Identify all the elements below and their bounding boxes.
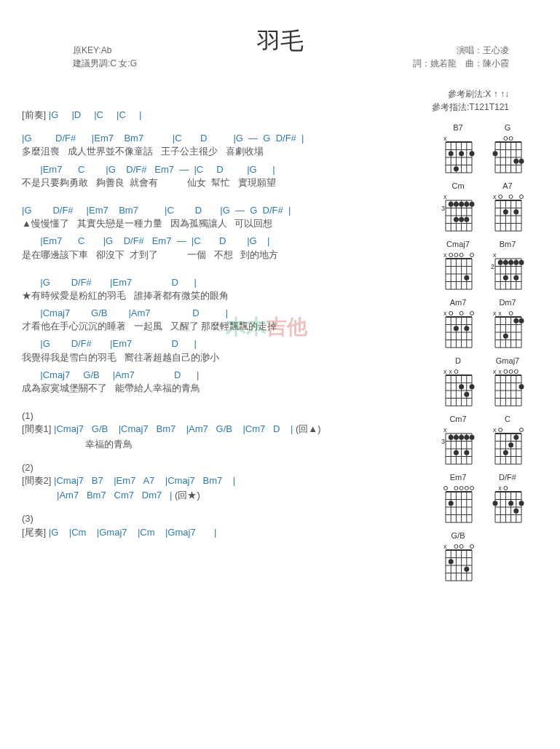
svg-point-157 bbox=[464, 392, 469, 397]
svg-point-14 bbox=[470, 151, 475, 156]
svg-point-194 bbox=[464, 450, 469, 455]
svg-text:x: x bbox=[443, 135, 447, 142]
svg-point-45 bbox=[449, 202, 454, 207]
chord-line: |G D/F# |Em7 D | bbox=[22, 276, 430, 289]
svg-point-120 bbox=[460, 312, 463, 315]
chord-sheet: [前奏] |G |D |C |C | |G D/F# |Em7 Bm7 |C D… bbox=[22, 109, 436, 587]
svg-point-138 bbox=[513, 318, 518, 323]
svg-point-156 bbox=[470, 384, 475, 389]
svg-point-223 bbox=[444, 487, 448, 490]
svg-point-50 bbox=[454, 217, 459, 222]
svg-point-259 bbox=[460, 545, 463, 549]
chord-line: |G D/F# |Em7 Bm7 |C D |G — G D/F# | bbox=[22, 204, 430, 217]
svg-point-82 bbox=[449, 254, 453, 257]
svg-point-244 bbox=[519, 501, 524, 506]
svg-point-260 bbox=[470, 545, 474, 549]
svg-point-121 bbox=[470, 312, 474, 315]
svg-point-15 bbox=[454, 166, 459, 171]
svg-text:x: x bbox=[493, 310, 497, 317]
svg-point-173 bbox=[514, 370, 518, 374]
svg-text:3: 3 bbox=[441, 438, 445, 445]
svg-point-28 bbox=[509, 137, 513, 141]
svg-point-52 bbox=[464, 217, 469, 222]
chord-diagram-G: G bbox=[486, 123, 529, 179]
chord-line: |Cmaj7 G/B |Am7 D | bbox=[22, 307, 430, 320]
svg-point-12 bbox=[449, 151, 454, 156]
chord-line: |Em7 C |G D/F# Em7 — |C D |G | bbox=[22, 163, 430, 176]
chord-diagram-G/B: G/Bx bbox=[436, 531, 480, 587]
svg-text:x: x bbox=[443, 368, 447, 375]
svg-point-262 bbox=[464, 567, 469, 572]
interlude2-section: (2) [間奏2] |Cmaj7 B7 |Em7 A7 |Cmaj7 Bm7 |… bbox=[22, 461, 430, 503]
svg-point-155 bbox=[459, 384, 464, 389]
svg-point-68 bbox=[503, 209, 508, 214]
svg-point-27 bbox=[504, 137, 508, 141]
svg-text:x: x bbox=[498, 368, 502, 375]
meta-left: 原KEY:Ab 建議男調:C 女:G bbox=[73, 44, 137, 70]
svg-point-31 bbox=[519, 159, 524, 164]
svg-point-106 bbox=[513, 275, 518, 281]
chord-diagram-Dm7: Dm7xx bbox=[486, 298, 529, 353]
svg-point-193 bbox=[454, 450, 459, 455]
verse1-section: |G D/F# |Em7 Bm7 |C D |G — G D/F# |多麼沮喪 … bbox=[22, 132, 430, 194]
svg-text:x: x bbox=[443, 251, 447, 259]
lyric-line: 才看他在手心沉沉的睡著 一起風 又醒了 那麼輕飄飄的走掉 bbox=[22, 320, 430, 333]
chord-diagram-Bm7: Bm72x bbox=[486, 240, 529, 295]
svg-point-29 bbox=[493, 151, 498, 156]
svg-point-171 bbox=[504, 370, 508, 374]
svg-point-104 bbox=[519, 260, 524, 265]
svg-point-207 bbox=[499, 428, 502, 432]
svg-point-101 bbox=[503, 260, 508, 265]
svg-point-122 bbox=[454, 326, 459, 331]
svg-point-30 bbox=[513, 159, 518, 164]
svg-point-140 bbox=[503, 334, 508, 339]
svg-point-190 bbox=[459, 435, 464, 440]
chord-diagram-Cm: Cm3x bbox=[436, 181, 480, 237]
svg-text:x: x bbox=[449, 368, 452, 375]
svg-text:x: x bbox=[443, 310, 447, 317]
svg-point-242 bbox=[493, 501, 498, 506]
svg-point-261 bbox=[449, 559, 454, 564]
svg-text:x: x bbox=[493, 426, 497, 434]
svg-point-210 bbox=[503, 450, 508, 455]
svg-point-225 bbox=[460, 487, 463, 490]
verse2-section: |G D/F# |Em7 Bm7 |C D |G — G D/F# |▲慢慢懂了… bbox=[22, 204, 430, 266]
svg-text:2: 2 bbox=[491, 263, 494, 270]
svg-point-100 bbox=[498, 260, 503, 265]
chord-diagram-Cm7: Cm73x bbox=[436, 415, 480, 470]
svg-text:x: x bbox=[443, 426, 447, 434]
svg-point-105 bbox=[503, 275, 508, 281]
svg-point-102 bbox=[508, 260, 513, 265]
intro-section: [前奏] |G |D |C |C | bbox=[22, 109, 430, 122]
svg-text:3: 3 bbox=[441, 205, 445, 212]
chord-line: |Em7 C |G D/F# Em7 — |C D |G | bbox=[22, 235, 430, 248]
chord-diagram-D/F#: D/F#x bbox=[486, 473, 529, 528]
chord-line: |G D/F# |Em7 Bm7 |C D |G — G D/F# | bbox=[22, 132, 430, 145]
chord-diagram-D: Dxx bbox=[436, 356, 480, 412]
svg-point-86 bbox=[464, 275, 469, 281]
lyric-line: 是在哪邊該下車 卻沒下 才到了 一個 不想 到的地方 bbox=[22, 248, 430, 262]
chord-diagram-C: Cx bbox=[486, 415, 529, 470]
svg-point-228 bbox=[449, 501, 454, 506]
svg-point-83 bbox=[454, 254, 458, 257]
lyric-line: ▲慢慢懂了 其實失戀是一種力量 因為孤獨讓人 可以回想 bbox=[22, 217, 430, 230]
svg-point-191 bbox=[464, 435, 469, 440]
svg-point-119 bbox=[449, 312, 453, 315]
chorus-section: |G D/F# |Em7 D |★有時候愛是粉紅的羽毛 誰捧著都有微笑的眼角 |… bbox=[22, 276, 430, 400]
chord-diagram-Am7: Am7x bbox=[436, 298, 480, 353]
svg-point-245 bbox=[513, 509, 518, 514]
svg-point-49 bbox=[470, 202, 475, 207]
chord-diagram-A7: A7x bbox=[486, 181, 529, 237]
svg-point-211 bbox=[508, 442, 513, 447]
chord-diagram-B7: B7x bbox=[436, 123, 480, 179]
svg-point-84 bbox=[460, 254, 463, 257]
svg-point-154 bbox=[454, 370, 458, 374]
svg-point-137 bbox=[509, 312, 513, 315]
svg-point-208 bbox=[520, 428, 524, 432]
svg-point-209 bbox=[513, 435, 518, 440]
svg-point-172 bbox=[509, 370, 513, 374]
svg-point-226 bbox=[465, 487, 468, 490]
svg-point-123 bbox=[464, 326, 469, 331]
svg-point-67 bbox=[520, 195, 524, 199]
svg-point-66 bbox=[509, 195, 513, 199]
